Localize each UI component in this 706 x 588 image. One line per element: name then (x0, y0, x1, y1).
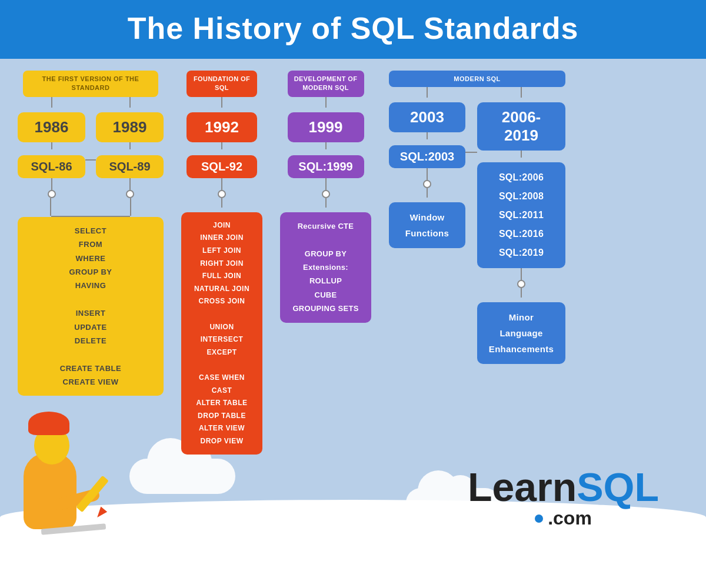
figure-decoration (6, 400, 135, 564)
std-sql86: SQL-86 (18, 155, 85, 178)
cloud-left (129, 459, 235, 494)
group-1992: FOUNDATION OF SQL 1992 SQL-92 JOININNER … (181, 71, 262, 455)
learnsql-logo: LearnSQL .com (468, 464, 659, 529)
year-1986: 1986 (18, 112, 85, 142)
connector-dot-2019 (517, 280, 525, 288)
group-modern: MODERN SQL 2003 SQL:2003 Win (389, 71, 565, 364)
logo-sql: SQL (577, 465, 659, 509)
year-1992: 1992 (187, 112, 257, 142)
connector-dot-92 (218, 190, 226, 198)
year-1999: 1999 (288, 112, 364, 142)
group-1999: DEVELOPMENT OF MODERN SQL 1999 SQL:1999 … (280, 71, 371, 323)
cat-label-first-version: THE FIRST VERSION OF THE STANDARD (23, 71, 158, 97)
connector-dot-99 (322, 190, 330, 198)
feat-box-2003: WindowFunctions (389, 202, 465, 248)
cat-label-development: DEVELOPMENT OF MODERN SQL (288, 71, 364, 97)
page-title: The History of SQL Standards (0, 11, 706, 46)
year-1989: 1989 (96, 112, 164, 142)
connector-dot-89 (126, 190, 134, 198)
logo-dot (535, 514, 543, 523)
logo-learn: Learn (468, 465, 577, 509)
feat-box-99: Recursive CTEGROUP BYExtensions:ROLLUPCU… (280, 212, 371, 323)
std-sql89: SQL-89 (96, 155, 164, 178)
std-sql92: SQL-92 (187, 155, 257, 178)
year-2006-2019: 2006-2019 (477, 102, 565, 151)
feat-box-8689: SELECTFROMWHEREGROUP BYHAVINGINSERTUPDAT… (18, 217, 164, 396)
feat-box-92: JOININNER JOINLEFT JOINRIGHT JOINFULL JO… (181, 212, 262, 455)
connector-dot-2003 (423, 180, 431, 188)
std-sql2003: SQL:2003 (389, 145, 465, 168)
feat-box-2019: MinorLanguageEnhancements (477, 302, 565, 364)
group-first-version: THE FIRST VERSION OF THE STANDARD 1986 S… (18, 71, 164, 396)
cat-label-foundation: FOUNDATION OF SQL (187, 71, 257, 97)
main-content: THE FIRST VERSION OF THE STANDARD 1986 S… (0, 59, 706, 564)
connector-dot-86 (48, 190, 56, 198)
std-sql1999: SQL:1999 (288, 155, 364, 178)
year-2003: 2003 (389, 102, 465, 132)
page-header: The History of SQL Standards (0, 0, 706, 59)
std-multi: SQL:2006SQL:2008SQL:2011SQL:2016SQL:2019 (477, 162, 565, 268)
cat-label-modern: MODERN SQL (389, 71, 565, 87)
logo-com: .com (548, 507, 592, 529)
